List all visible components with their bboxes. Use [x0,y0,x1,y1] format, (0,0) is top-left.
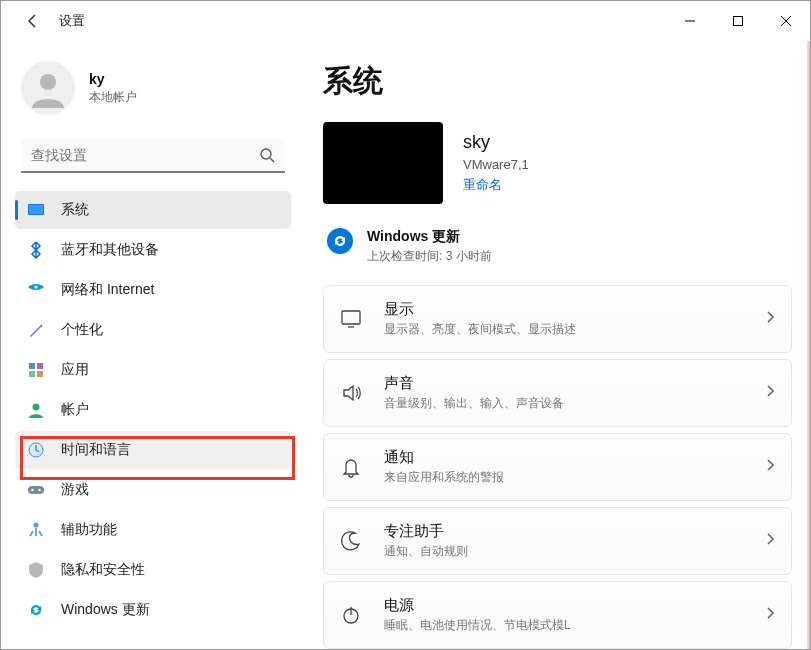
display-icon [340,308,362,330]
search-input[interactable] [21,139,285,173]
sound-icon [340,382,362,404]
svg-line-6 [270,158,274,162]
card-sound[interactable]: 声音音量级别、输出、输入、声音设备 [323,359,792,427]
card-subtitle: 来自应用和系统的警报 [384,469,743,486]
search-icon [259,147,275,167]
nav-item-windows-update[interactable]: Windows 更新 [15,591,291,629]
nav-item-network[interactable]: 网络和 Internet [15,271,291,309]
nav-item-personalization[interactable]: 个性化 [15,311,291,349]
svg-point-18 [38,489,40,491]
main-panel: 系统 sky VMware7,1 重命名 Windows 更新 上次检查时间: … [301,41,810,649]
time-language-icon [27,441,45,459]
windows-update-icon [27,601,45,619]
window-controls [666,1,810,41]
svg-rect-12 [29,371,35,377]
card-title: 电源 [384,596,743,615]
close-icon [780,15,792,27]
svg-rect-11 [37,363,43,369]
rename-link[interactable]: 重命名 [463,176,529,194]
minimize-icon [684,15,696,27]
page-title: 系统 [323,61,792,102]
card-title: 声音 [384,374,743,393]
chevron-right-icon [765,606,775,624]
nav-item-label: 辅助功能 [61,521,117,539]
svg-point-5 [261,149,271,159]
nav-item-label: 帐户 [61,401,89,419]
user-profile[interactable]: ky 本地帐户 [15,51,291,135]
svg-point-4 [40,74,56,90]
person-icon [28,68,68,108]
maximize-icon [732,15,744,27]
card-subtitle: 显示器、亮度、夜间模式、显示描述 [384,321,743,338]
card-focus-assist[interactable]: 专注助手通知、自动规则 [323,507,792,575]
chevron-right-icon [765,458,775,476]
settings-card-list: 显示显示器、亮度、夜间模式、显示描述声音音量级别、输出、输入、声音设备通知来自应… [323,285,792,649]
nav-item-accessibility[interactable]: 辅助功能 [15,511,291,549]
svg-rect-1 [734,17,743,26]
title-bar: 设置 [1,1,810,41]
avatar [21,61,75,115]
card-title: 专注助手 [384,522,743,541]
window-title: 设置 [59,12,85,30]
nav-list: 系统蓝牙和其他设备网络和 Internet个性化应用帐户时间和语言游戏辅助功能隐… [15,191,291,629]
nav-item-gaming[interactable]: 游戏 [15,471,291,509]
svg-point-17 [31,489,33,491]
windows-update-row[interactable]: Windows 更新 上次检查时间: 3 小时前 [323,224,792,285]
card-notifications[interactable]: 通知来自应用和系统的警报 [323,433,792,501]
nav-item-label: 应用 [61,361,89,379]
nav-item-system[interactable]: 系统 [15,191,291,229]
windows-update-status: 上次检查时间: 3 小时前 [367,248,492,265]
right-edge-glow [807,41,810,649]
nav-item-label: 游戏 [61,481,89,499]
notifications-icon [340,456,362,478]
accounts-icon [27,401,45,419]
card-title: 显示 [384,300,743,319]
card-power[interactable]: 电源睡眠、电池使用情况、节电模式模L [323,581,792,649]
system-icon [27,201,45,219]
card-title: 通知 [384,448,743,467]
svg-point-9 [35,286,38,289]
sync-icon [327,228,353,254]
svg-rect-8 [29,205,43,214]
chevron-right-icon [765,310,775,328]
apps-icon [27,361,45,379]
svg-rect-16 [28,486,44,494]
sidebar: ky 本地帐户 系统蓝牙和其他设备网络和 Internet个性化应用帐户时间和语… [1,41,301,649]
card-subtitle: 音量级别、输出、输入、声音设备 [384,395,743,412]
nav-item-apps[interactable]: 应用 [15,351,291,389]
user-name: ky [89,71,137,87]
close-button[interactable] [762,1,810,41]
maximize-button[interactable] [714,1,762,41]
nav-item-accounts[interactable]: 帐户 [15,391,291,429]
svg-rect-20 [342,311,360,324]
nav-item-time-language[interactable]: 时间和语言 [15,431,291,469]
back-button[interactable] [13,1,53,41]
nav-item-label: 隐私和安全性 [61,561,145,579]
privacy-icon [27,561,45,579]
network-icon [27,281,45,299]
bluetooth-icon [27,241,45,259]
card-subtitle: 睡眠、电池使用情况、节电模式模L [384,617,743,634]
windows-update-title: Windows 更新 [367,228,492,246]
device-model: VMware7,1 [463,157,529,172]
svg-point-14 [33,404,40,411]
personalization-icon [27,321,45,339]
minimize-button[interactable] [666,1,714,41]
svg-rect-10 [29,363,35,369]
device-thumbnail [323,122,443,204]
nav-item-label: Windows 更新 [61,601,150,619]
nav-item-bluetooth[interactable]: 蓝牙和其他设备 [15,231,291,269]
card-display[interactable]: 显示显示器、亮度、夜间模式、显示描述 [323,285,792,353]
nav-item-label: 时间和语言 [61,441,131,459]
focus-assist-icon [340,530,362,552]
chevron-right-icon [765,384,775,402]
nav-item-privacy[interactable]: 隐私和安全性 [15,551,291,589]
nav-item-label: 个性化 [61,321,103,339]
power-icon [340,604,362,626]
nav-item-label: 系统 [61,201,89,219]
user-account-type: 本地帐户 [89,89,137,106]
nav-item-label: 网络和 Internet [61,281,154,299]
device-row: sky VMware7,1 重命名 [323,122,792,204]
svg-rect-13 [37,371,43,377]
device-name: sky [463,132,529,153]
